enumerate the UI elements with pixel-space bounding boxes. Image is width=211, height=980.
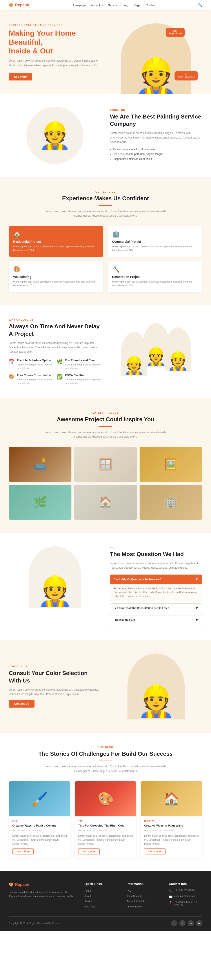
story-card-3: 🏠 Creative Creative Ways to Paint Walls … xyxy=(141,781,202,858)
why-feature-desc-3: We bring the right paints together to ch… xyxy=(17,378,53,385)
why-figure-3: 👷 xyxy=(165,328,191,371)
hero-title-highlight: Beautiful, xyxy=(9,38,43,46)
faq-section: 👷 Faq The Most Question We Had Lorem ips… xyxy=(0,533,211,640)
footer-quick-links-list: Home About Service Blog Post xyxy=(84,889,118,908)
consult-cta-button[interactable]: Contact Us xyxy=(9,700,35,708)
footer-description: Lorem ipsum dolor sit amet, consectetur … xyxy=(9,890,76,898)
portfolio-item-6[interactable]: 🏢 xyxy=(140,485,202,520)
email-icon: ✉️ xyxy=(169,895,173,899)
social-linkedin[interactable]: in xyxy=(188,920,194,926)
why-feature-desc-1: We bring the right paints together to ch… xyxy=(17,363,53,370)
consult-description: Lorem ipsum dolor sit amet, consectetur … xyxy=(9,687,101,697)
story-image-1: 🖌️ xyxy=(9,781,70,816)
why-feature-text-1: Flexible Schedule Option We bring the ri… xyxy=(17,359,53,370)
hero-visual: 369 Project Done 👷 7+ Years Experience xyxy=(110,23,202,94)
why-content: Why Choose Us Always On Time And Never D… xyxy=(9,318,101,385)
nav-homepage[interactable]: Homepage xyxy=(71,3,86,7)
story-title-3: Creative Ways to Paint Walls xyxy=(144,824,199,827)
story-desc-1: Lorem ipsum dolor sit amet, consectetur … xyxy=(12,834,67,846)
story-cta-3[interactable]: Learn More xyxy=(144,848,165,854)
footer-info-support[interactable]: Team Support xyxy=(127,894,160,897)
footer-information: Information FAQ Team Support Terms & Con… xyxy=(127,882,160,910)
service-icon-4: 🔨 xyxy=(112,266,198,273)
faq-question-1[interactable]: Can I Help Or Questions To Answers? ▼ xyxy=(110,575,202,584)
portfolio-item-2[interactable]: 🪟 xyxy=(74,447,137,482)
footer-info-terms[interactable]: Terms & Condition xyxy=(127,899,160,903)
about-figure: 👷 xyxy=(26,107,84,164)
portfolio-item-3[interactable]: 🖼️ xyxy=(140,447,202,482)
nav-logo[interactable]: 🎨 Repaint xyxy=(9,3,29,8)
worker-illustration: 👷 xyxy=(134,59,178,94)
footer-information-list: FAQ Team Support Terms & Condition Priva… xyxy=(127,889,160,908)
social-twitter[interactable]: t xyxy=(179,920,186,926)
footer-link-blog[interactable]: Blog Post xyxy=(84,905,118,908)
portfolio-title: Awesome Project Could Inspire You xyxy=(9,416,202,423)
story-title-2: Tips For Choosing The Right Color xyxy=(78,824,133,827)
footer-information-title: Information xyxy=(127,882,160,886)
badge-label: Project Done xyxy=(169,32,182,35)
why-feature-icon-2: 🌿 xyxy=(57,359,63,370)
portfolio-item-5[interactable]: 🏠 xyxy=(74,485,137,520)
service-card-1: 🏠 Residential Project We bring the right… xyxy=(9,226,103,257)
services-label: Our Service xyxy=(9,191,202,193)
nav-contact[interactable]: Contact xyxy=(146,3,155,7)
portfolio-thumb-5: 🏠 xyxy=(74,485,137,520)
story-author-1: by Davis Elliot xyxy=(28,829,41,832)
social-youtube[interactable]: ▶ xyxy=(196,920,202,926)
footer-link-home[interactable]: Home xyxy=(84,889,118,892)
nav-service[interactable]: Service xyxy=(108,3,117,7)
nav-page[interactable]: Page xyxy=(134,3,140,7)
why-feature-1: 📅 Flexible Schedule Option We bring the … xyxy=(9,359,53,370)
why-feature-title-2: Eco Friendly and Clean xyxy=(65,359,101,362)
footer-address: 📍 78 Moving Street, Big City, Pty. xyxy=(169,900,202,906)
why-feature-title-3: Free Colors Consultation xyxy=(17,374,53,377)
consult-section: Contact Us Consult Your Color Selection … xyxy=(0,640,211,733)
faq-content: Faq The Most Question We Had Lorem ipsum… xyxy=(110,546,202,627)
consult-label: Contact Us xyxy=(9,665,101,668)
why-visual: 👷 👷 👷 xyxy=(110,318,202,385)
service-card-4: 🔨 Restoration Project We bring the right… xyxy=(108,261,202,292)
faq-toggle-3: ▼ xyxy=(195,618,198,622)
about-list: Aliquam lectus in tellus sit dignissim S… xyxy=(110,148,202,161)
location-icon: 📍 xyxy=(169,901,173,904)
story-cta-1[interactable]: Learn More xyxy=(12,848,33,854)
footer-link-about[interactable]: About xyxy=(84,894,118,897)
nav-about[interactable]: About Us xyxy=(91,3,103,7)
faq-answer-1: Far far away, behind the word mountains,… xyxy=(110,584,202,601)
faq-question-text-3: I Need More Help xyxy=(114,619,135,622)
services-divider xyxy=(99,205,112,206)
service-card-3: 🎨 Wallpainting We bring the right paints… xyxy=(9,261,103,292)
portfolio-label: Latest Project xyxy=(9,411,202,414)
social-facebook[interactable]: f xyxy=(171,920,177,926)
why-features-grid: 📅 Flexible Schedule Option We bring the … xyxy=(9,359,101,385)
story-card-1: 🖌️ Idea Creative Ways to Paint a Ceiling… xyxy=(9,781,70,858)
portfolio-thumb-4: 🌿 xyxy=(9,485,71,520)
faq-item-2: Is It True That The Consultation Fee Is … xyxy=(110,603,202,613)
footer-info-privacy[interactable]: Privacy Policy xyxy=(127,905,160,908)
hero-badge-experience: 7+ Years Experience xyxy=(175,71,198,81)
faq-label: Faq xyxy=(110,546,202,549)
why-feature-desc-2: We bring the right paints together to ch… xyxy=(65,363,101,370)
hero-title-part2: Inside & Out xyxy=(9,47,53,55)
why-label: Why Choose Us xyxy=(9,318,101,321)
service-title-1: Residential Project xyxy=(13,240,99,243)
footer: 🎨 Repaint Lorem ipsum dolor sit amet, co… xyxy=(0,871,211,931)
story-cta-2[interactable]: Learn More xyxy=(78,848,100,854)
why-feature-icon-4: ✅ xyxy=(57,374,63,385)
consult-figure: 👷 xyxy=(127,654,185,719)
hero-cta-button[interactable]: See More xyxy=(9,73,32,81)
hero-section: PROFESSIONAL PAINTING SERVICES Making Yo… xyxy=(0,10,211,94)
footer-contact: Contact Info 📞 +1 (888) 123-45 05 ✉️ exa… xyxy=(169,882,202,910)
portfolio-item-1[interactable]: 🛋️ xyxy=(9,447,71,482)
footer-link-service[interactable]: Service xyxy=(84,899,118,903)
footer-grid: 🎨 Repaint Lorem ipsum dolor sit amet, co… xyxy=(9,882,202,910)
faq-question-3[interactable]: I Need More Help ▼ xyxy=(110,616,202,625)
faq-figure: 👷 xyxy=(29,546,81,608)
why-section: Why Choose Us Always On Time And Never D… xyxy=(0,305,211,398)
footer-info-faq[interactable]: FAQ xyxy=(127,889,160,892)
search-icon[interactable]: 🔍 xyxy=(198,3,202,7)
portfolio-item-4[interactable]: 🌿 xyxy=(9,485,71,520)
service-desc-4: We bring the right paints together to ac… xyxy=(112,280,198,288)
faq-question-2[interactable]: Is It True That The Consultation Fee Is … xyxy=(110,604,202,613)
nav-blog[interactable]: Blog xyxy=(123,3,129,7)
